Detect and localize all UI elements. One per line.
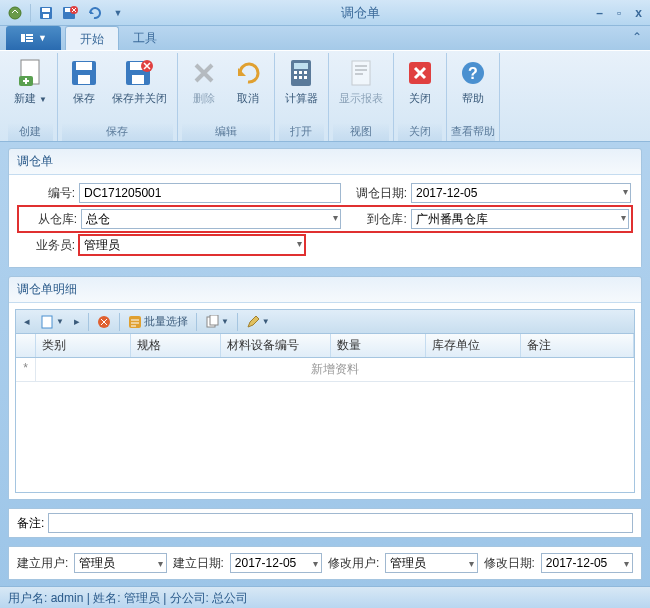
detail-copy-btn[interactable]: ▼: [201, 313, 233, 331]
grid-new-row[interactable]: * 新增资料: [16, 358, 634, 382]
panel-detail-title: 调仓单明细: [9, 277, 641, 303]
help-button[interactable]: ? 帮助: [451, 55, 495, 123]
ribbon-tabs: ▼ 开始 工具 ⌃: [0, 26, 650, 50]
svg-rect-35: [42, 316, 52, 328]
svg-rect-21: [294, 63, 308, 69]
new-button[interactable]: 新建 ▼: [8, 55, 53, 123]
report-button: 显示报表: [333, 55, 389, 123]
svg-rect-22: [294, 71, 297, 74]
qat-save-icon[interactable]: [35, 3, 57, 23]
col-code[interactable]: 材料设备编号: [221, 334, 331, 357]
panel-detail: 调仓单明细 ◂ ▼ ▸ 批量选择 ▼ ▼ 类别 规格 材料设备: [8, 276, 642, 500]
audit-panel: 建立用户: 管理员 建立日期: 2017-12-05 修改用户: 管理员 修改日…: [8, 546, 642, 580]
report-icon: [345, 57, 377, 89]
saveclose-icon: [123, 57, 155, 89]
calculator-icon: [285, 57, 317, 89]
field-modify-date[interactable]: 2017-12-05: [541, 553, 633, 573]
label-ywy: 业务员:: [19, 237, 79, 254]
memo-label: 备注:: [17, 515, 44, 532]
label-to: 到仓库:: [341, 211, 411, 228]
close-window-button[interactable]: x: [631, 6, 646, 20]
ribbon-collapse-icon[interactable]: ⌃: [632, 30, 642, 44]
detail-prev-btn[interactable]: ◂: [20, 313, 34, 330]
label-modify-date: 修改日期:: [484, 555, 535, 572]
close-icon: [404, 57, 436, 89]
label-create-user: 建立用户:: [17, 555, 68, 572]
label-bh: 编号:: [19, 185, 79, 202]
close-button[interactable]: 关闭: [398, 55, 442, 123]
detail-next-btn[interactable]: ▸: [70, 313, 84, 330]
col-spec[interactable]: 规格: [131, 334, 221, 357]
svg-rect-23: [299, 71, 302, 74]
label-rq: 调仓日期:: [341, 185, 411, 202]
detail-grid: 类别 规格 材料设备编号 数量 库存单位 备注 * 新增资料: [15, 334, 635, 493]
tab-start[interactable]: 开始: [65, 26, 119, 50]
quick-access-toolbar: ▼: [4, 3, 129, 23]
new-row-star-icon: *: [16, 358, 36, 381]
detail-edit-btn[interactable]: ▼: [242, 313, 274, 331]
svg-rect-31: [355, 73, 363, 75]
field-modify-user[interactable]: 管理员: [385, 553, 477, 573]
svg-rect-9: [26, 37, 33, 39]
col-cat[interactable]: 类别: [36, 334, 131, 357]
minimize-button[interactable]: –: [592, 6, 607, 20]
svg-rect-10: [26, 40, 33, 42]
title-bar: ▼ 调仓单 – ▫ x: [0, 0, 650, 26]
svg-rect-7: [21, 34, 25, 42]
field-ywy[interactable]: 管理员: [79, 235, 305, 255]
svg-rect-14: [76, 62, 92, 70]
save-button[interactable]: 保存: [62, 55, 106, 123]
ribbon-group-close: 关闭 关闭: [394, 53, 447, 141]
file-menu-icon: [20, 32, 34, 44]
field-rq[interactable]: 2017-12-05: [411, 183, 631, 203]
ribbon-group-create: 新建 ▼ 创建: [4, 53, 58, 141]
label-from: 从仓库:: [21, 211, 81, 228]
tab-tools[interactable]: 工具: [119, 26, 171, 50]
detail-toolbar: ◂ ▼ ▸ 批量选择 ▼ ▼: [15, 309, 635, 334]
svg-rect-39: [210, 315, 218, 325]
memo-input[interactable]: [48, 513, 633, 533]
panel-header: 调仓单 编号: DC171205001 调仓日期: 2017-12-05 从仓库…: [8, 148, 642, 268]
col-qty[interactable]: 数量: [331, 334, 426, 357]
qat-app-icon[interactable]: [4, 3, 26, 23]
svg-rect-30: [355, 69, 367, 71]
field-to[interactable]: 广州番禺仓库: [411, 209, 629, 229]
field-from[interactable]: 总仓: [81, 209, 341, 229]
svg-rect-27: [304, 76, 307, 79]
ribbon-group-view: 显示报表 视图: [329, 53, 394, 141]
svg-text:?: ?: [468, 65, 478, 82]
status-bar: 用户名: admin | 姓名: 管理员 | 分公司: 总公司: [0, 586, 650, 608]
new-icon: [14, 57, 46, 89]
detail-delete-btn[interactable]: [93, 313, 115, 331]
grid-body[interactable]: [16, 382, 634, 492]
ribbon-group-save: 保存 保存并关闭 保存: [58, 53, 178, 141]
ribbon-group-open: 计算器 打开: [275, 53, 329, 141]
new-row-hint: 新增资料: [36, 358, 634, 381]
calc-button[interactable]: 计算器: [279, 55, 324, 123]
detail-new-btn[interactable]: ▼: [36, 313, 68, 331]
field-bh[interactable]: DC171205001: [79, 183, 341, 203]
col-unit[interactable]: 库存单位: [426, 334, 521, 357]
svg-rect-18: [132, 75, 144, 84]
file-tab[interactable]: ▼: [6, 26, 61, 50]
svg-rect-3: [43, 14, 49, 18]
col-note[interactable]: 备注: [521, 334, 634, 357]
svg-rect-26: [299, 76, 302, 79]
label-modify-user: 修改用户:: [328, 555, 379, 572]
svg-rect-15: [78, 75, 90, 84]
cancel-button[interactable]: 取消: [226, 55, 270, 123]
ribbon-group-edit: 删除 取消 编辑: [178, 53, 275, 141]
field-create-user[interactable]: 管理员: [74, 553, 166, 573]
saveclose-button[interactable]: 保存并关闭: [106, 55, 173, 123]
maximize-button[interactable]: ▫: [613, 6, 625, 20]
grid-header: 类别 规格 材料设备编号 数量 库存单位 备注: [16, 334, 634, 358]
panel-header-title: 调仓单: [9, 149, 641, 175]
svg-rect-2: [42, 8, 50, 12]
detail-batch-btn[interactable]: 批量选择: [124, 312, 192, 331]
memo-panel: 备注:: [8, 508, 642, 538]
qat-saveclose-icon[interactable]: [59, 3, 81, 23]
field-create-date[interactable]: 2017-12-05: [230, 553, 322, 573]
qat-undo-icon[interactable]: [83, 3, 105, 23]
qat-dropdown-icon[interactable]: ▼: [107, 3, 129, 23]
delete-icon: [188, 57, 220, 89]
